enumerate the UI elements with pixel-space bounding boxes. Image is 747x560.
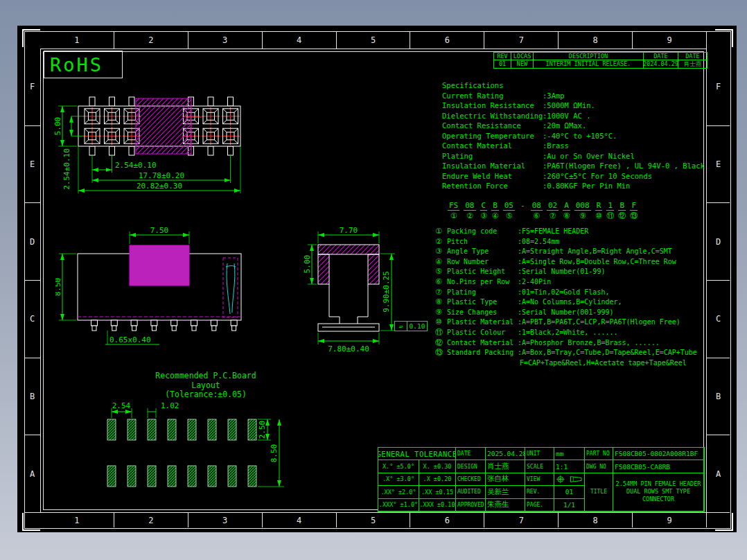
zone-row-label: A — [707, 435, 730, 513]
part-code-index: ⑨ — [579, 211, 586, 220]
revision-table-row: 01NEWINTERIM INITIAL RELEASE.2024.04.29肖… — [493, 60, 708, 69]
zone-band-left: FEDCBA — [24, 49, 40, 513]
zone-col-label: 9 — [633, 31, 707, 49]
flatness-symbol-icon: ▱ — [395, 322, 407, 331]
dim-2.54-pcb: 2.54 — [112, 401, 131, 410]
audited-name: 吴新兰 — [486, 486, 525, 498]
legend-row: ⑪ Plastic Colour :1=Black,2=White, .....… — [435, 328, 707, 338]
spec-label: Current Rating — [442, 91, 543, 101]
specifications-block: Specifications Current Rating :3Amp Insu… — [442, 80, 714, 191]
view-label: VIEW — [525, 473, 554, 486]
revision-table-header: REVLOCASDESCRIPTIONDATEDATE — [493, 52, 708, 60]
part-code-index: ① — [450, 211, 457, 220]
spec-value: :Au or Sn Over Nickel — [543, 151, 635, 161]
unit-label: UNIT — [525, 448, 554, 460]
legend-label: Standard Packing — [447, 348, 518, 358]
part-code-text: B — [491, 202, 499, 211]
revision-header-cell: REV — [493, 52, 511, 60]
design-name: 肖士燕 — [486, 460, 525, 473]
legend-row: ③ Angle Type :A=Straight Angle,B=Right A… — [435, 247, 707, 257]
legend-value: :01=Tin,02=Gold Flash, — [518, 288, 609, 298]
part-code-index: ② — [466, 211, 473, 220]
part-code-segment: 08 ⑥ — [531, 202, 543, 220]
part-code-index: ⑦ — [550, 211, 556, 220]
revision-table: REVLOCASDESCRIPTIONDATEDATE 01NEWINTERIM… — [493, 52, 708, 69]
drawing-title-line3: CONNECTOR — [642, 496, 674, 503]
legend-label: Packing code — [447, 227, 518, 237]
pcb-title-line1: Recommended P.C.Board — [155, 371, 256, 380]
spec-value: :20m ΩMax. — [543, 121, 586, 131]
spec-label: Insulation Material — [442, 161, 543, 171]
legend-row: ⑫ Contact Material :A=Phosphor Bronze,B=… — [435, 338, 707, 349]
spec-value: :Brass — [543, 141, 569, 151]
spec-row: Contact Resistance :20m ΩMax. — [442, 121, 714, 131]
part-code-text: 08 — [464, 202, 475, 211]
scale-label: SCALE — [525, 460, 554, 473]
legend-label: Plastic Colour — [447, 328, 518, 338]
part-code-segment: B ④ — [491, 202, 499, 220]
part-code-segment: - — [519, 202, 527, 220]
general-tolerance-title: GENERAL TOLERANCE — [378, 448, 456, 460]
spec-label: Insulation Resistance — [442, 100, 543, 111]
approved-name: 朱燕生 — [486, 499, 525, 511]
legend-value: :A=Straight Angle,B=Right Angle,C=SMT — [518, 247, 672, 257]
drawing-title-line1: 2.54MM PIN FEMALE HEADER — [616, 480, 701, 488]
legend-continuation: F=CAP+Tape&Reel,H=Acetate tape+Tape&Reel — [520, 359, 687, 367]
part-code-index: ⑥ — [533, 211, 540, 220]
part-code-text: B — [618, 202, 626, 211]
tolerance-lin-2: .X ±0.20 — [419, 473, 456, 486]
part-code-segment: FS ① — [448, 202, 459, 220]
specifications-rows: Current Rating :3Amp Insulation Resistan… — [442, 91, 714, 191]
pcb-layout-drawing: Recommended P.C.Board Layout (Tolerance:… — [94, 367, 308, 502]
part-code-index: ⑤ — [505, 211, 512, 220]
drawing-title: 2.54MM PIN FEMALE HEADER DUAL ROWS SMT T… — [613, 473, 704, 511]
zone-col-label: 3 — [188, 513, 263, 527]
top-view-drawing: 5.00 2.54±0.10 2.54±0.10 17.78±0.20 20.8… — [54, 82, 262, 200]
revision-cell: INTERIM INITIAL RELEASE. — [534, 60, 644, 69]
zone-col-label: 7 — [484, 513, 559, 527]
part-code-line: FS ① 08 ② C ③ B ④ 05 ⑤ - 08 ⑥ — [448, 202, 638, 220]
spec-row: Plating :Au or Sn Over Nickel — [442, 151, 714, 161]
flatness-callout: ▱ 0.10 — [394, 321, 428, 331]
spec-row: Retention Force :0.80KGF Per Pin Min — [442, 181, 714, 191]
part-code-text: 05 — [503, 202, 515, 211]
dim-5.00: 5.00 — [54, 117, 62, 136]
title-block: GENERAL TOLERANCE DATE 2025.04.28 UNIT m… — [378, 447, 705, 512]
zone-row-label: B — [707, 358, 730, 436]
part-code-index: ⑧ — [563, 211, 570, 220]
dwg-no-value: FS08CB05-CA8RB — [613, 460, 704, 473]
title-label: TITLE — [585, 473, 613, 511]
part-no-label: PART NO — [585, 448, 613, 460]
zone-col-label: 1 — [40, 513, 114, 527]
zone-col-label: 8 — [559, 513, 633, 527]
audited-label: AUDITED — [456, 486, 486, 498]
tolerance-angle-2: .X° ±3.0° — [378, 473, 419, 486]
zone-col-label: 1 — [40, 31, 114, 49]
spec-value: :260°C±5°C For 10 Seconds — [543, 171, 652, 182]
spec-label: Endure Weld Heat — [442, 171, 543, 182]
dim-8.50: 8.50 — [55, 278, 62, 297]
part-code-index: ⑫ — [618, 211, 626, 220]
legend-value: :Serial Number(001-999) — [518, 308, 613, 318]
legend-row: ⑨ Size Changes :Serial Number(001-999) — [435, 308, 707, 318]
zone-row-label: F — [24, 49, 40, 126]
zone-col-label: 3 — [188, 31, 263, 49]
zone-col-label: 4 — [263, 31, 337, 49]
revision-header-cell: DATE — [644, 52, 678, 60]
spec-row: Dielectric Withstanding :1000V AC . — [442, 111, 714, 121]
legend-label: Contact Material — [447, 338, 518, 349]
page-value: 1/1 — [554, 499, 585, 511]
corner-mark-tl — [22, 29, 40, 47]
part-code-text: 08 — [531, 202, 543, 211]
legend-label: Plastic Material — [447, 317, 518, 328]
flatness-value: 0.10 — [407, 322, 427, 331]
legend-row: ⑤ Plastic Height :Serial Number(01-99) — [435, 267, 707, 277]
page-label: PAGE. — [525, 499, 554, 511]
kapton-tape-area — [130, 245, 189, 286]
view-symbol-cell — [554, 473, 585, 486]
revision-cell: 2024.04.29 — [644, 60, 678, 69]
zone-col-label: 6 — [410, 513, 484, 527]
tolerance-lin-1: X. ±0.30 — [419, 460, 456, 473]
part-code-segment: B ⑫ — [618, 202, 626, 220]
zone-band-top: 123456789 — [40, 31, 707, 49]
